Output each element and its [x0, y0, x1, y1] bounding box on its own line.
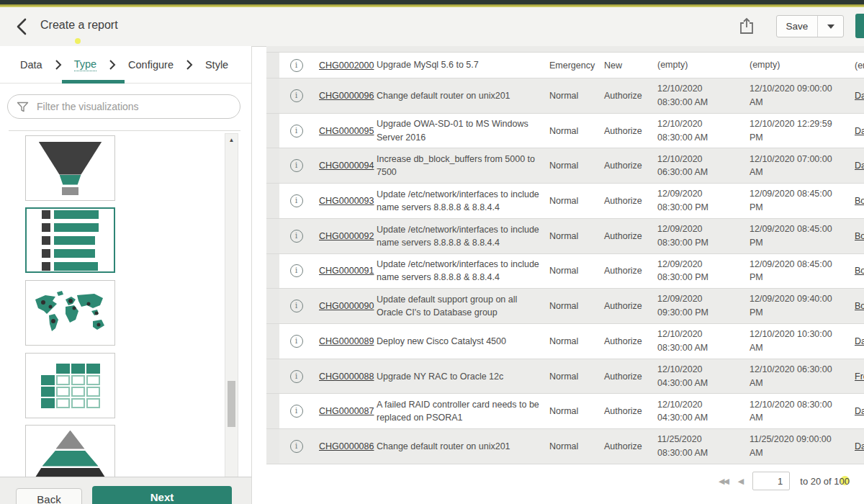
info-icon[interactable]: i	[290, 59, 303, 72]
back-button[interactable]	[13, 17, 32, 37]
planned-end-date: 12/10/2020 08:30:00 AM	[750, 398, 850, 426]
change-number-link[interactable]: CHG0000093	[319, 196, 374, 206]
assigned-to-link[interactable]: Dav	[855, 441, 864, 451]
info-icon[interactable]: i	[290, 370, 303, 383]
chevron-right-icon	[186, 59, 193, 71]
scroll-up-icon[interactable]: ▲	[225, 137, 238, 143]
change-number-link[interactable]: CHG0000087	[319, 406, 374, 416]
short-description: Update /etc/network/interfaces to includ…	[377, 188, 549, 214]
change-number-link[interactable]: CHG0002000	[319, 60, 374, 71]
info-icon[interactable]: i	[290, 300, 303, 312]
info-icon[interactable]: i	[290, 125, 303, 138]
table-row: i CHG0000092 Update /etc/network/interfa…	[266, 219, 864, 254]
change-number-link[interactable]: CHG0000095	[319, 126, 374, 136]
short-description: A failed RAID controller card needs to b…	[377, 398, 549, 424]
state-value: Authorize	[604, 266, 657, 276]
planned-start-date: 12/09/2020 08:30:00 PM	[657, 187, 750, 215]
assigned-to-link[interactable]: Dav	[855, 126, 864, 136]
report-type-panel: Data Type Configure Style	[0, 46, 252, 477]
short-description: Deploy new Cisco Catalyst 4500	[377, 335, 549, 348]
change-number-link[interactable]: CHG0000090	[319, 301, 374, 311]
step-configure[interactable]: Configure	[128, 59, 174, 71]
assigned-to-link[interactable]: Bow	[855, 266, 864, 276]
assigned-to-link[interactable]: Bow	[855, 301, 864, 311]
page-number-input[interactable]	[752, 472, 790, 490]
pagination-range-text: to 20 of 100	[800, 476, 850, 487]
info-icon[interactable]: i	[290, 405, 303, 418]
state-value: Authorize	[604, 231, 657, 241]
table-row: i CHG0000093 Update /etc/network/interfa…	[266, 184, 864, 219]
state-value: Authorize	[604, 196, 657, 206]
step-data[interactable]: Data	[20, 59, 42, 71]
assigned-to-link[interactable]: Dav	[855, 406, 864, 416]
info-icon[interactable]: i	[290, 194, 303, 207]
viz-list-scrollbar[interactable]: ▲ ▼	[225, 133, 238, 504]
assigned-to-link[interactable]: Bow	[855, 231, 864, 241]
viz-thumb-list[interactable]	[25, 207, 115, 273]
report-preview-table: i CHG0002000 Upgrade MySql 5.6 to 5.7 Em…	[266, 46, 864, 464]
info-icon[interactable]: i	[290, 264, 303, 277]
run-button-partial[interactable]	[855, 14, 864, 38]
info-icon[interactable]: i	[290, 230, 303, 243]
wizard-breadcrumb: Data Type Configure Style	[0, 46, 251, 84]
wizard-footer: Back Next	[0, 477, 252, 504]
viz-thumb-funnel[interactable]	[25, 135, 115, 201]
state-value: New	[604, 60, 657, 71]
previous-page-icon[interactable]: ◀	[738, 477, 742, 486]
priority-value: Normal	[549, 91, 604, 101]
planned-start-date: 12/09/2020 08:30:00 PM	[657, 258, 750, 285]
change-number-link[interactable]: CHG0000091	[319, 266, 374, 276]
assigned-to-link[interactable]: Fre	[855, 372, 864, 382]
change-number-link[interactable]: CHG0000086	[319, 441, 374, 451]
save-button[interactable]: Save	[777, 16, 817, 37]
info-icon[interactable]: i	[290, 159, 303, 172]
priority-value: Normal	[549, 406, 604, 416]
filter-input[interactable]	[35, 100, 240, 113]
change-number-link[interactable]: CHG0000088	[319, 372, 374, 382]
table-row: i CHG0000094 Increase db_block_buffers f…	[266, 148, 864, 184]
next-step-button[interactable]: Next	[92, 486, 232, 504]
save-menu-button[interactable]	[817, 16, 843, 37]
table-row: i CHG0002000 Upgrade MySql 5.6 to 5.7 Em…	[266, 53, 864, 78]
back-step-button[interactable]: Back	[16, 488, 82, 504]
change-number-link[interactable]: CHG0000092	[319, 231, 374, 241]
save-split-button: Save	[776, 15, 844, 37]
visualization-filter	[7, 94, 240, 119]
share-button[interactable]	[739, 17, 757, 37]
short-description: Change default router on unix201	[377, 440, 549, 453]
change-number-link[interactable]: CHG0000096	[319, 91, 374, 101]
funnel-filter-icon	[17, 101, 29, 113]
world-map-icon	[31, 289, 110, 337]
planned-start-date: 12/10/2020 06:30:00 AM	[657, 153, 750, 180]
step-style[interactable]: Style	[205, 59, 228, 71]
info-icon[interactable]: i	[290, 440, 303, 453]
first-page-icon[interactable]: ◀◀	[719, 477, 728, 486]
table-row-partial	[266, 46, 864, 53]
table-row: i CHG0000095 Upgrade OWA-SD-01 to MS Win…	[266, 114, 864, 149]
row-edge	[266, 324, 279, 359]
info-icon[interactable]: i	[290, 335, 303, 348]
step-type[interactable]: Type	[74, 58, 96, 71]
assigned-to-link[interactable]: Dav	[855, 91, 864, 101]
short-description: Update /etc/network/interfaces to includ…	[377, 258, 549, 284]
change-number-link[interactable]: CHG0000089	[319, 336, 374, 346]
table-row: i CHG0000088 Upgrade NY RAC to Oracle 12…	[266, 359, 864, 395]
planned-end-date: 12/09/2020 08:45:00 PM	[750, 258, 850, 285]
viz-thumb-map[interactable]	[25, 280, 115, 346]
planned-start-date: 12/10/2020 08:30:00 AM	[657, 328, 750, 355]
priority-value: Normal	[549, 301, 604, 311]
scrollbar-thumb[interactable]	[228, 381, 235, 427]
short-description: Change default router on unix201	[377, 89, 549, 102]
state-value: Authorize	[604, 126, 657, 136]
assigned-to-link[interactable]: Bow	[855, 196, 864, 206]
table-row: i CHG0000096 Change default router on un…	[266, 78, 864, 114]
info-icon[interactable]: i	[290, 89, 303, 102]
heatmap-icon	[41, 364, 100, 408]
change-number-link[interactable]: CHG0000094	[319, 161, 374, 171]
chevron-right-icon	[109, 59, 116, 71]
viz-thumb-heatmap[interactable]	[25, 353, 115, 418]
assigned-to-link[interactable]: Dav	[855, 336, 864, 346]
short-description: Update default support group on all Orac…	[377, 293, 549, 319]
state-value: Authorize	[604, 91, 657, 101]
assigned-to-link[interactable]: Dav	[855, 161, 864, 171]
